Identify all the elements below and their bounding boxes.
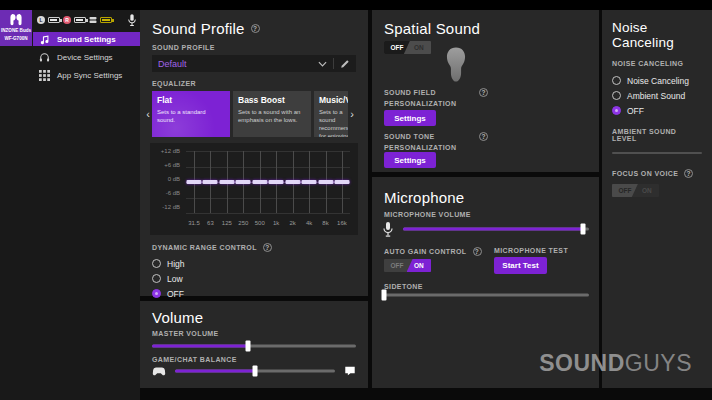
slider-handle[interactable] [382,290,387,301]
slider-handle[interactable] [581,224,586,235]
eq-preset-carousel: ‹ Flat Sets to a standard sound. Bass Bo… [144,91,362,137]
nc-option-ambient-sound[interactable]: Ambient Sound [612,89,702,102]
right-earbud-battery-icon [74,17,86,23]
eq-x-label: 63 [202,220,218,226]
dropdown-divider [333,58,334,69]
radio-icon[interactable] [612,76,621,85]
noise-canceling-section-label: NOISE CANCELING [612,60,702,67]
eq-band-handle[interactable] [269,180,284,184]
help-icon[interactable]: ? [684,169,693,178]
eq-band-handle[interactable] [203,180,218,184]
preset-card-music-video[interactable]: Music/Video Sets to a sound recommended … [314,91,348,137]
eq-y-labels: +12 dB+6 dB0 dB-6 dB-12 dB [152,148,180,210]
eq-band-slider-31.5[interactable]: 31.5 [186,151,202,231]
volume-panel: Volume MASTER VOLUME GAME/CHAT BALANCE [140,301,368,388]
slider-handle[interactable] [245,341,250,352]
spatial-sound-toggle[interactable]: OFF ON [384,41,431,54]
help-icon[interactable]: ? [479,132,488,141]
voice-chat-mic-icon[interactable] [127,13,137,31]
sidebar-item-app-sync-settings[interactable]: App Sync Settings [33,68,140,82]
device-tile[interactable]: INZONE Buds WF-G700N [0,10,32,46]
radio-icon[interactable] [152,274,161,283]
game-chat-balance-slider[interactable] [175,365,335,377]
eq-y-label: 0 dB [152,176,180,182]
grid-icon [39,70,50,81]
window-top-strip [0,0,712,10]
slider-handle[interactable] [253,366,258,377]
soundguys-watermark: SOUNDGUYS [539,350,692,377]
eq-band-slider-500[interactable]: 500 [252,151,268,231]
chat-bubble-icon [344,365,356,377]
eq-band-handle[interactable] [334,180,349,184]
sound-profile-panel: Sound Profile ? SOUND PROFILE Default EQ… [140,10,368,296]
eq-band-handle[interactable] [285,180,300,184]
eq-band-slider-2k[interactable]: 2k [285,151,301,231]
noise-canceling-panel: Noise Canceling NOISE CANCELING Noise Ca… [602,10,712,388]
eq-band-slider-125[interactable]: 125 [219,151,235,231]
eq-x-label: 250 [235,220,251,226]
help-icon[interactable]: ? [479,88,488,97]
eq-band-slider-16k[interactable]: 16k [334,151,350,231]
preset-card-bass-boost[interactable]: Bass Boost Sets to a sound with an empha… [233,91,311,137]
sound-tone-settings-button[interactable]: Settings [384,152,436,168]
eq-band-slider-63[interactable]: 63 [202,151,218,231]
start-test-button[interactable]: Start Test [494,257,547,274]
eq-band-slider-250[interactable]: 250 [235,151,251,231]
auto-gain-control-toggle[interactable]: OFF ON [384,259,431,272]
drc-option-high[interactable]: High [152,257,356,270]
radio-icon[interactable] [152,259,161,268]
master-volume-slider[interactable] [152,340,356,352]
case-battery-icon [100,17,112,23]
eq-band-slider-8k[interactable]: 8k [318,151,334,231]
left-earbud-badge: L [37,16,45,24]
volume-title: Volume [152,309,356,326]
help-icon[interactable]: ? [263,243,272,252]
drc-option-low[interactable]: Low [152,272,356,285]
sound-profile-dropdown[interactable]: Default [152,55,356,72]
gamepad-icon [152,366,166,377]
eq-x-label: 8k [318,220,334,226]
preset-card-flat[interactable]: Flat Sets to a standard sound. [152,91,230,137]
eq-x-label: 2k [285,220,301,226]
spatial-sound-panel: Spatial Sound OFF ON SOUND FIELD PERSONA… [372,10,599,172]
sidebar-item-device-settings[interactable]: Device Settings [33,50,140,64]
help-icon[interactable]: ? [251,24,260,33]
device-name-line2: WF-G700N [0,36,32,42]
carousel-next-icon[interactable]: › [348,108,356,120]
help-icon[interactable]: ? [473,247,482,256]
sidetone-slider[interactable] [382,289,589,301]
eq-band-handle[interactable] [252,180,267,184]
carousel-prev-icon[interactable]: ‹ [144,108,152,120]
eq-band-slider-1k[interactable]: 1k [268,151,284,231]
eq-band-handle[interactable] [302,180,317,184]
eq-y-label: -12 dB [152,204,180,210]
nc-option-noise-canceling[interactable]: Noise Canceling [612,74,702,87]
radio-icon-selected[interactable] [152,289,161,298]
radio-icon-selected[interactable] [612,106,621,115]
eq-x-label: 4k [301,220,317,226]
chevron-down-icon[interactable] [318,61,327,67]
equalizer-label: EQUALIZER [152,80,356,87]
eq-band-handle[interactable] [219,180,234,184]
earbuds-icon [6,13,26,26]
sidebar-item-label: Device Settings [57,53,113,62]
auto-gain-control-label: AUTO GAIN CONTROL ? [384,247,482,256]
microphone-icon [382,221,394,237]
eq-band-slider-4k[interactable]: 4k [301,151,317,231]
eq-y-label: +6 dB [152,162,180,168]
sound-field-settings-button[interactable]: Settings [384,110,436,126]
sidebar-item-sound-settings[interactable]: Sound Settings [33,32,140,46]
eq-band-handle[interactable] [187,180,202,184]
radio-icon[interactable] [612,91,621,100]
sidebar-nav: Sound Settings Device Settings App Sync … [33,32,140,86]
eq-band-handle[interactable] [236,180,251,184]
eq-band-handle[interactable] [318,180,333,184]
edit-pencil-icon[interactable] [340,59,350,69]
eq-y-label: -6 dB [152,190,180,196]
nc-option-off[interactable]: OFF [612,104,702,117]
sound-field-row: SOUND FIELD PERSONALIZATION ? [384,88,488,109]
microphone-volume-slider[interactable] [403,223,589,235]
device-name-line1: INZONE Buds [0,28,32,34]
charging-case-icon [89,16,97,24]
drc-option-off[interactable]: OFF [152,287,356,300]
